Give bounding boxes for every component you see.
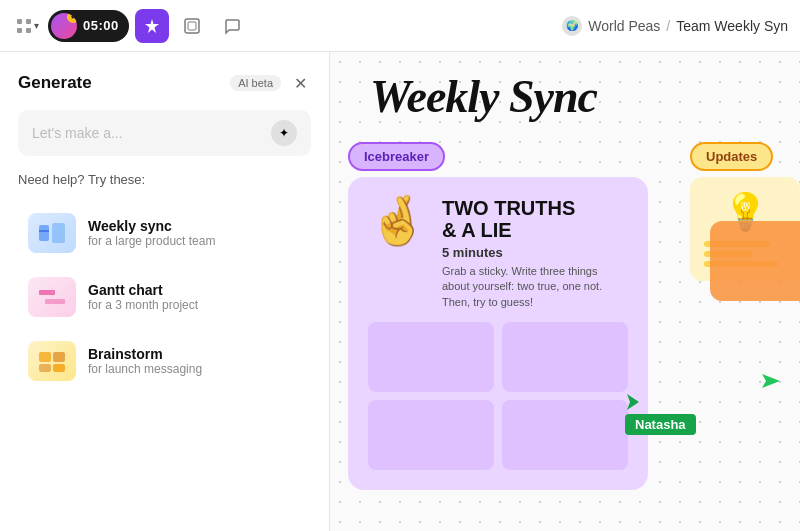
card-desc: Grab a sticky. Write three things about …: [442, 264, 628, 310]
hand-icon: 🤞: [368, 197, 428, 245]
updates-orange-block: [710, 221, 800, 301]
svg-rect-15: [53, 364, 65, 372]
search-row[interactable]: Let's make a... ✦: [18, 110, 311, 156]
svg-rect-10: [45, 299, 65, 304]
breadcrumb-workspace: World Peas: [588, 18, 660, 34]
main-content: Generate AI beta ✕ Let's make a... ✦ Nee…: [0, 52, 800, 531]
svg-rect-9: [39, 290, 55, 295]
chat-button[interactable]: [215, 9, 249, 43]
canvas-area[interactable]: Weekly Sync Icebreaker 🤞 TWO TRUTHS & A …: [330, 52, 800, 531]
sticky-cell-1: [368, 322, 494, 392]
suggestion-item-gantt[interactable]: Gantt chart for a 3 month project: [18, 267, 311, 327]
avatar-timer-button[interactable]: ★ 05:00: [48, 10, 129, 42]
search-placeholder: Let's make a...: [32, 125, 123, 141]
avatar: ★: [51, 13, 77, 39]
cursor-label: Natasha: [625, 414, 696, 435]
card-title-area: TWO TRUTHS & A LIE 5 minutes Grab a stic…: [442, 197, 628, 310]
svg-rect-14: [39, 364, 51, 372]
canvas-title: Weekly Sync: [370, 70, 597, 123]
breadcrumb-separator: /: [666, 18, 670, 34]
svg-rect-5: [188, 22, 196, 30]
suggestion-item-brainstorm[interactable]: Brainstorm for launch messaging: [18, 331, 311, 391]
svg-rect-12: [39, 352, 51, 362]
svg-rect-3: [26, 28, 31, 33]
close-button[interactable]: ✕: [289, 72, 311, 94]
updates-tag: Updates: [690, 142, 773, 171]
frame-button[interactable]: [175, 9, 209, 43]
suggestion-list: Weekly sync for a large product team Gan…: [18, 203, 311, 391]
gantt-info: Gantt chart for a 3 month project: [88, 282, 301, 312]
icebreaker-tag: Icebreaker: [348, 142, 445, 171]
card-time: 5 minutes: [442, 245, 628, 260]
topnav: ▾ ★ 05:00 🌍 World Peas: [0, 0, 800, 52]
magic-button[interactable]: [135, 9, 169, 43]
generate-panel: Generate AI beta ✕ Let's make a... ✦ Nee…: [0, 52, 330, 531]
ai-badge: AI beta: [230, 75, 281, 91]
brainstorm-thumbnail: [28, 341, 76, 381]
breadcrumb-page: Team Weekly Syn: [676, 18, 788, 34]
svg-rect-13: [53, 352, 65, 362]
updates-section: Updates 💡: [690, 142, 800, 281]
sticky-cell-2: [502, 322, 628, 392]
svg-rect-7: [52, 223, 65, 243]
help-text: Need help? Try these:: [18, 172, 311, 187]
weekly-info: Weekly sync for a large product team: [88, 218, 301, 248]
cursor-arrow-icon: [760, 370, 782, 396]
sparkle-button[interactable]: ✦: [271, 120, 297, 146]
gantt-thumbnail: [28, 277, 76, 317]
nav-left: ▾ ★ 05:00: [12, 9, 249, 43]
gantt-desc: for a 3 month project: [88, 298, 301, 312]
card-top: 🤞 TWO TRUTHS & A LIE 5 minutes Grab a st…: [368, 197, 628, 310]
svg-rect-2: [17, 28, 22, 33]
icebreaker-section: Icebreaker 🤞 TWO TRUTHS & A LIE 5 minute…: [348, 142, 648, 490]
sticky-cell-3: [368, 400, 494, 470]
gantt-name: Gantt chart: [88, 282, 301, 298]
svg-marker-16: [762, 374, 780, 388]
workspace-icon: 🌍: [562, 16, 582, 36]
suggestion-item-weekly[interactable]: Weekly sync for a large product team: [18, 203, 311, 263]
svg-rect-6: [39, 225, 49, 241]
sticky-grid: [368, 322, 628, 470]
panel-title: Generate: [18, 73, 92, 93]
panel-header: Generate AI beta ✕: [18, 72, 311, 94]
sticky-cell-4: [502, 400, 628, 470]
brainstorm-name: Brainstorm: [88, 346, 301, 362]
grid-menu-button[interactable]: ▾: [12, 11, 42, 41]
breadcrumb: 🌍 World Peas / Team Weekly Syn: [562, 16, 788, 36]
natasha-cursor: Natasha: [625, 392, 696, 435]
avatar-star-icon: ★: [67, 13, 77, 23]
svg-rect-1: [26, 19, 31, 24]
weekly-desc: for a large product team: [88, 234, 301, 248]
card-main-title: TWO TRUTHS & A LIE: [442, 197, 628, 241]
brainstorm-desc: for launch messaging: [88, 362, 301, 376]
cursor-pointer-icon: [625, 392, 641, 412]
timer-display: 05:00: [83, 18, 119, 33]
svg-rect-4: [185, 19, 199, 33]
weekly-name: Weekly sync: [88, 218, 301, 234]
svg-rect-0: [17, 19, 22, 24]
icebreaker-card: 🤞 TWO TRUTHS & A LIE 5 minutes Grab a st…: [348, 177, 648, 490]
weekly-thumbnail: [28, 213, 76, 253]
svg-marker-17: [627, 394, 639, 410]
brainstorm-info: Brainstorm for launch messaging: [88, 346, 301, 376]
